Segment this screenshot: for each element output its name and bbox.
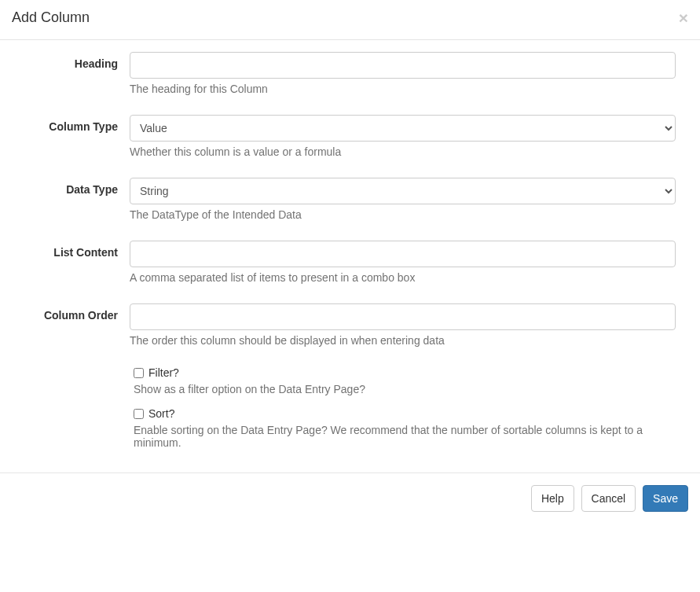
modal-title: Add Column [12, 8, 688, 28]
field-list-content: List Content A comma separated list of i… [12, 241, 688, 292]
modal-footer: Help Cancel Save [0, 472, 700, 524]
filter-checkbox[interactable] [134, 368, 144, 378]
column-type-select[interactable]: Value [130, 115, 676, 142]
field-filter: Filter? Show as a filter option on the D… [12, 366, 688, 395]
heading-input[interactable] [130, 52, 676, 79]
field-column-order: Column Order The order this column shoul… [12, 303, 688, 355]
column-order-help: The order this column should be displaye… [130, 334, 676, 347]
column-type-label: Column Type [12, 115, 130, 166]
list-content-label: List Content [12, 241, 130, 292]
save-button[interactable]: Save [643, 485, 688, 512]
data-type-help: The DataType of the Intended Data [130, 208, 676, 221]
close-icon[interactable]: × [679, 9, 688, 26]
sort-label: Sort? [148, 407, 174, 420]
field-column-type: Column Type Value Whether this column is… [12, 115, 688, 166]
help-button[interactable]: Help [531, 485, 574, 512]
sort-checkbox[interactable] [134, 409, 144, 419]
list-content-help: A comma separated list of items to prese… [130, 271, 676, 284]
filter-help: Show as a filter option on the Data Entr… [134, 383, 680, 395]
column-type-help: Whether this column is a value or a form… [130, 145, 676, 158]
heading-help: The heading for this Column [130, 83, 676, 95]
data-type-select[interactable]: String [130, 178, 676, 204]
heading-label: Heading [12, 52, 130, 103]
field-sort: Sort? Enable sorting on the Data Entry P… [12, 407, 688, 449]
column-order-label: Column Order [12, 303, 130, 355]
column-order-input[interactable] [130, 303, 676, 330]
sort-help: Enable sorting on the Data Entry Page? W… [134, 424, 680, 449]
modal-body: Heading The heading for this Column Colu… [0, 40, 700, 472]
cancel-button[interactable]: Cancel [581, 485, 636, 512]
filter-label: Filter? [148, 366, 179, 379]
field-heading: Heading The heading for this Column [12, 52, 688, 103]
data-type-label: Data Type [12, 178, 130, 229]
field-data-type: Data Type String The DataType of the Int… [12, 178, 688, 229]
list-content-input[interactable] [130, 241, 676, 267]
modal-header: Add Column × [0, 0, 700, 40]
